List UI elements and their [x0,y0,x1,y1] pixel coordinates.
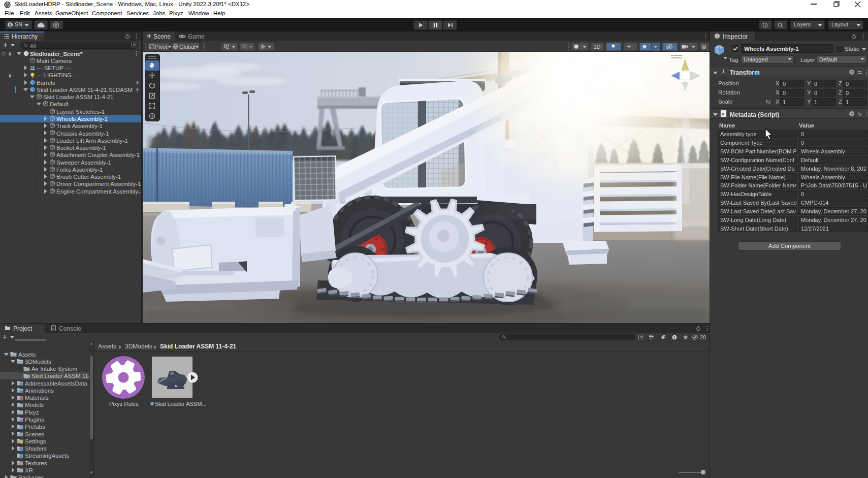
svg-text:?: ? [851,112,853,116]
svg-text:?: ? [851,71,853,74]
svg-text:Persp: Persp [674,94,690,102]
svg-text:y: y [683,55,686,60]
svg-text:#: # [722,112,724,116]
